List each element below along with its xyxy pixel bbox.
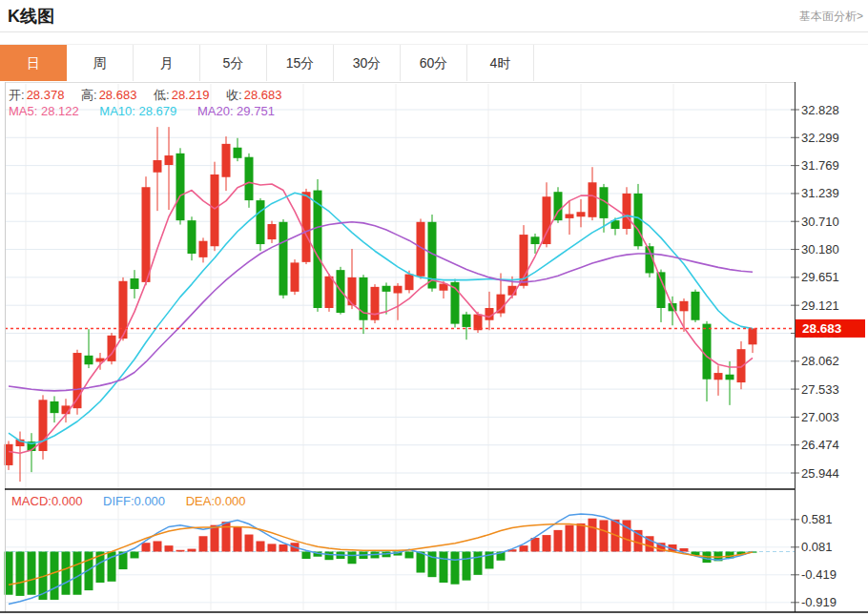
candle-body xyxy=(382,286,391,292)
macd-histogram-bar xyxy=(589,519,597,552)
candle-body xyxy=(51,401,59,413)
ma5-readout: MA5: 28.122 xyxy=(9,104,79,118)
dea-value-readout: DEA:0.000 xyxy=(186,494,246,508)
price-tick-label: 32.299 xyxy=(801,131,839,145)
candle-body xyxy=(566,214,574,217)
macd-value-readout: MACD:0.000 xyxy=(11,494,82,508)
candle-body xyxy=(211,175,219,246)
candle-body xyxy=(726,375,734,380)
macd-histogram-bar xyxy=(131,552,139,559)
candle-body xyxy=(279,222,288,296)
macd-histogram-bar xyxy=(451,552,460,585)
candle-body xyxy=(222,144,231,177)
macd-histogram-bar xyxy=(176,550,185,552)
price-tick-label: 26.474 xyxy=(801,438,839,452)
macd-histogram-bar xyxy=(463,552,471,581)
macd-histogram-bar xyxy=(440,552,448,583)
price-tick-label: 29.651 xyxy=(801,270,839,284)
macd-histogram-bar xyxy=(73,552,82,595)
high-label: 高: xyxy=(81,88,97,102)
macd-tick-label: -0.919 xyxy=(801,595,837,609)
low-label: 低: xyxy=(154,88,170,102)
macd-histogram-bar xyxy=(554,530,563,552)
candle-body xyxy=(257,200,265,244)
macd-histogram-bar xyxy=(16,552,25,596)
price-tick-label: 27.533 xyxy=(801,382,839,397)
ma20-readout: MA20: 29.751 xyxy=(197,104,275,118)
macd-histogram-bar xyxy=(520,545,528,551)
candle-body xyxy=(188,220,196,254)
macd-histogram-bar xyxy=(245,535,254,552)
price-tick-label: 28.062 xyxy=(801,354,839,368)
close-value: 28.683 xyxy=(244,88,282,102)
price-tick-label: 31.769 xyxy=(801,158,839,173)
candle-body xyxy=(577,212,586,216)
macd-histogram-bar xyxy=(257,541,265,551)
kline-page: K线图 基本面分析> 日 周 月 5分 15分 30分 60分 4时 32.82… xyxy=(0,0,868,616)
tab-4hour[interactable]: 4时 xyxy=(467,45,534,81)
low-value: 28.219 xyxy=(172,88,210,102)
macd-histogram-bar xyxy=(543,535,551,551)
tab-month[interactable]: 月 xyxy=(134,45,200,81)
macd-histogram-bar xyxy=(531,538,540,552)
tab-5min[interactable]: 5分 xyxy=(200,45,267,81)
tab-30min[interactable]: 30分 xyxy=(334,45,401,81)
price-tick-label: 25.944 xyxy=(801,466,839,481)
candle-body xyxy=(657,272,666,308)
chart-area[interactable]: 32.82832.29931.76931.23930.71030.18029.6… xyxy=(0,82,868,616)
macd-histogram-bar xyxy=(51,552,59,600)
candle-body xyxy=(199,241,208,257)
price-tick-label: 27.003 xyxy=(801,410,839,424)
macd-histogram-bar xyxy=(623,520,631,551)
macd-histogram-bar xyxy=(199,536,208,551)
macd-histogram-bar xyxy=(165,545,174,551)
candle-body xyxy=(531,236,540,244)
candle-body xyxy=(154,160,162,173)
open-value: 28.378 xyxy=(27,88,65,102)
macd-histogram-bar xyxy=(417,552,425,573)
candle-body xyxy=(268,224,277,239)
page-title: K线图 xyxy=(8,5,54,28)
macd-histogram-bar xyxy=(234,527,242,552)
tab-day[interactable]: 日 xyxy=(0,45,67,81)
candle-body xyxy=(131,278,139,289)
price-tick-label: 32.828 xyxy=(801,103,839,117)
tab-15min[interactable]: 15分 xyxy=(267,45,334,81)
macd-histogram-bar xyxy=(600,520,609,551)
macd-histogram-bar xyxy=(188,549,196,552)
macd-histogram-bar xyxy=(405,552,414,559)
macd-histogram-bar xyxy=(154,541,162,551)
macd-histogram-bar xyxy=(302,552,311,560)
candle-body xyxy=(737,349,746,382)
price-tick-label: 30.180 xyxy=(801,242,839,257)
candle-body xyxy=(291,262,300,291)
page-header: K线图 基本面分析> xyxy=(0,0,868,32)
candle-body xyxy=(714,373,723,380)
candle-body xyxy=(176,154,185,220)
ma-readout: MA5: 28.122 MA10: 28.679 MA20: 29.751 xyxy=(9,104,275,118)
candle-body xyxy=(371,287,380,320)
macd-histogram-bar xyxy=(62,552,71,595)
candle-body xyxy=(405,275,414,291)
macd-histogram-bar xyxy=(28,552,36,595)
macd-histogram-bar xyxy=(348,552,357,565)
fundamental-analysis-link[interactable]: 基本面分析> xyxy=(799,9,863,25)
candle-body xyxy=(589,182,597,217)
candle-body xyxy=(463,315,471,327)
candle-body xyxy=(85,356,93,364)
macd-readout: MACD:0.000 DIFF:0.000 DEA:0.000 xyxy=(11,494,246,508)
candle-body xyxy=(749,328,757,344)
candle-body xyxy=(680,301,689,312)
tab-week[interactable]: 周 xyxy=(67,45,134,81)
ohlc-readout: 开:28.378 高:28.683 低:28.219 收:28.683 xyxy=(9,87,281,104)
tab-60min[interactable]: 60分 xyxy=(401,45,467,81)
macd-histogram-bar xyxy=(142,543,151,551)
macd-histogram-bar xyxy=(577,524,586,552)
interval-tab-bar: 日 周 月 5分 15分 30分 60分 4时 xyxy=(0,44,868,81)
macd-histogram-bar xyxy=(566,525,574,552)
diff-value-readout: DIFF:0.000 xyxy=(103,494,165,508)
price-tick-label: 31.239 xyxy=(801,186,839,200)
candle-body xyxy=(245,157,254,200)
candle-body xyxy=(623,194,631,229)
kline-candlestick-chart[interactable]: 32.82832.29931.76931.23930.71030.18029.6… xyxy=(0,82,868,616)
